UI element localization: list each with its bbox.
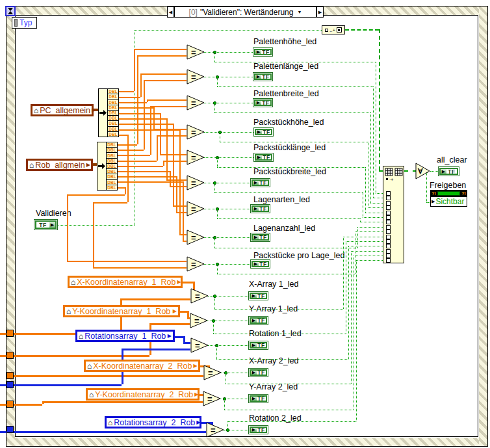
wire [351,251,383,252]
unbundle-element[interactable]: DBL [108,116,118,121]
event-structure-border-left[interactable] [6,7,15,446]
equal-comparator-node[interactable]: = [203,365,223,380]
and-array-elements-node[interactable]: ∀ [415,163,432,180]
tf-led-indicator[interactable]: ▶TF [253,153,274,162]
equal-comparator-node[interactable]: = [206,422,226,438]
control-terminal[interactable]: ⌂PC_allgemein▶ [31,104,94,116]
selector-prev-button[interactable]: ◀ [167,7,174,18]
tf-led-indicator[interactable]: ▶TF [253,98,273,107]
equal-comparator-node[interactable]: = [190,337,210,353]
unbundle-element[interactable]: DBL [108,105,118,111]
tf-led-indicator[interactable]: ▶TF [248,341,268,350]
tf-led-indicator[interactable]: ▶TF [248,316,268,325]
wire [119,91,134,92]
build-array-input[interactable] [386,239,391,244]
build-array-input[interactable] [386,235,391,239]
unbundle-element[interactable]: DBL [107,148,117,153]
unbundle-element[interactable]: DBL [107,185,117,190]
unbundle-element[interactable]: DBL [108,111,118,116]
build-array-input[interactable] [386,211,391,215]
tf-led-indicator[interactable]: ▶TF [250,233,270,242]
timeout-terminal[interactable] [5,6,16,16]
unbundle-element[interactable]: DBL [107,153,117,158]
unbundle-element[interactable]: DBL [108,99,118,105]
wire [348,246,349,359]
unbundle-element[interactable]: DBL [107,180,117,185]
equal-comparator-node[interactable]: = [187,175,206,191]
event-structure-border-right[interactable] [479,7,487,446]
control-terminal[interactable]: ⌂Rotationsarray_1_Rob▶ [75,330,175,342]
build-array-input[interactable] [386,249,391,254]
equal-comparator-node[interactable]: = [187,69,206,85]
all-clear-tf-indicator[interactable]: ▶TF [438,166,459,176]
unbundle-element[interactable]: DBL [107,164,117,169]
tf-led-indicator[interactable]: ▶TF [248,425,268,434]
control-terminal[interactable]: ⌂Rotationsarray_2_Rob▶ [105,416,201,428]
terminal-arrow-icon: ▶ [252,318,255,323]
tf-led-indicator[interactable]: ▶TF [248,394,268,403]
tf-led-indicator[interactable]: ▶TF [248,291,268,300]
array-concat-node[interactable]: ‥+ [322,25,345,34]
equal-comparator-node[interactable]: = [190,288,210,304]
control-terminal[interactable]: ⌂Rob_allgmein▶ [26,159,93,171]
unbundle-element[interactable]: DBL [107,159,117,164]
wire [137,55,187,57]
unbundle-element[interactable]: DBL [108,127,118,132]
build-array-input[interactable] [386,230,391,234]
tf-led-indicator[interactable]: ▶TF [248,368,268,377]
build-array-input[interactable] [386,205,391,210]
build-array-input[interactable] [386,225,391,230]
unbundle-node[interactable]: DBLDBLDBLDBLDBLDBLDBLDBLDBL [97,142,118,191]
property-sichtbar-row[interactable]: ▶ Sichtbar [431,196,467,206]
control-terminal[interactable]: ⌂Y-Koordinatenarray_2_Rob▶ [86,388,200,401]
equal-comparator-node[interactable]: = [187,95,206,111]
equal-comparator-node[interactable]: = [187,124,206,140]
wire [157,135,158,161]
wire-junction [213,101,216,105]
equal-comparator-node[interactable]: = [203,391,222,406]
build-array-input[interactable] [386,244,391,248]
equal-comparator-node[interactable]: = [187,150,206,165]
unbundle-element[interactable]: DBL [107,174,117,179]
control-terminal[interactable]: ⌂X-Koordinatenarray_1_Rob▶ [68,276,183,288]
tf-led-indicator[interactable]: ▶TF [253,47,273,57]
selector-next-button[interactable]: ▶ [316,7,324,18]
equal-glyph: = [191,178,196,188]
wire [10,375,203,377]
wire [140,73,187,75]
unbundle-element[interactable]: DBL [108,94,118,99]
build-array-input[interactable] [386,191,391,196]
equal-comparator-node[interactable]: = [187,201,206,217]
unbundle-element[interactable]: DBL [108,121,118,126]
event-case-selector[interactable]: [0] "Validieren": Wertänderung ▼ [174,7,316,18]
tf-led-indicator[interactable]: ▶TF [250,204,270,213]
property-node-freigeben[interactable]: ?! ?! ▶ Sichtbar [430,190,467,207]
unbundle-node[interactable]: DBLDBLDBLDBLDBLDBLDBLDBLDBL [98,88,119,137]
event-structure-border-bottom[interactable] [6,438,487,446]
control-label: X-Koordinatenarray_2_Rob [93,362,192,371]
equal-comparator-node[interactable]: = [187,256,206,272]
build-array-input[interactable] [386,254,391,258]
unbundle-element[interactable]: DBL [107,142,117,148]
validieren-tf-control[interactable]: TF▶ [34,219,58,230]
unbundle-element[interactable]: DBL [108,132,118,137]
build-array-input[interactable] [386,215,391,220]
terminal-arrow-icon: ▶ [196,419,200,425]
build-array-input[interactable] [386,196,391,200]
tf-led-indicator[interactable]: ▶TF [253,72,273,81]
equal-comparator-node[interactable]: = [187,44,206,60]
build-array-input[interactable] [386,258,391,263]
unbundle-element[interactable]: DBL [108,89,118,94]
tf-led-indicator[interactable]: ▶TF [250,259,270,269]
control-terminal[interactable]: ⌂Y-Koordinatenarray_1_Rob▶ [63,305,180,317]
unbundle-element[interactable]: DBL [107,169,117,174]
equal-comparator-node[interactable]: = [187,230,206,245]
control-terminal[interactable]: ⌂X-Koordinatenarray_2_Rob▶ [84,360,200,372]
tf-led-indicator[interactable]: ▶TF [253,127,274,137]
equal-glyph: = [191,72,196,82]
event-data-node[interactable]: Typ [12,17,37,29]
build-array-input[interactable] [386,201,391,205]
build-array-input[interactable] [386,220,391,224]
tf-led-indicator[interactable]: ▶TF [250,178,270,187]
equal-comparator-node[interactable]: = [190,313,209,328]
